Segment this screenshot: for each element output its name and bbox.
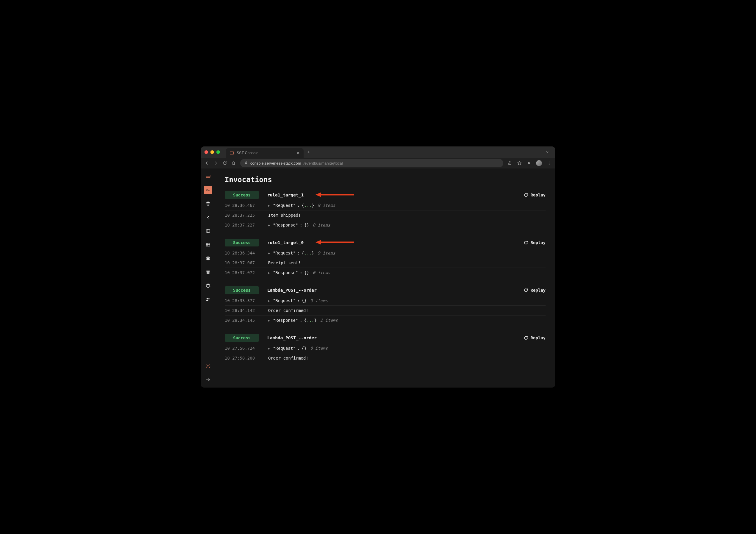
expand-toggle-icon[interactable]: ▶ bbox=[268, 204, 270, 207]
new-tab-button[interactable]: + bbox=[307, 149, 310, 155]
log-content: Receipt sent! bbox=[268, 260, 301, 265]
browser-tab[interactable]: SST Console ✕ bbox=[226, 148, 304, 158]
titlebar: SST Console ✕ + bbox=[201, 147, 555, 158]
svg-point-20 bbox=[209, 284, 210, 285]
svg-marker-39 bbox=[315, 240, 321, 245]
colon: : bbox=[300, 318, 302, 323]
invocation-header: Successrule1_target_1Replay bbox=[225, 191, 546, 199]
reload-button[interactable] bbox=[222, 161, 227, 166]
replay-button[interactable]: Replay bbox=[524, 288, 546, 293]
address-bar[interactable]: console.serverless-stack.com/eventbus/ma… bbox=[240, 159, 503, 167]
log-content: ▶"Request" : {...}9 items bbox=[268, 251, 336, 255]
profile-avatar[interactable] bbox=[536, 160, 542, 166]
json-label: "Request" bbox=[273, 251, 296, 255]
forward-button[interactable] bbox=[213, 161, 218, 166]
log-row: 10:28:33.377▶"Request" : {}0 items bbox=[225, 296, 546, 306]
svg-rect-2 bbox=[245, 163, 247, 164]
item-count: 0 items bbox=[310, 346, 328, 351]
invocation-block: SuccessLambda_POST_--orderReplay10:27:56… bbox=[225, 334, 546, 363]
svg-point-25 bbox=[206, 298, 208, 300]
colon: : bbox=[297, 251, 300, 255]
invocation-header: Successrule1_target_0Replay bbox=[225, 239, 546, 247]
invocation-block: Successrule1_target_0Replay10:28:36.344▶… bbox=[225, 239, 546, 278]
tab-title: SST Console bbox=[237, 151, 258, 155]
log-row: 10:28:37.072▶"Response" : {}0 items bbox=[225, 268, 546, 278]
log-content: ▶"Request" : {}0 items bbox=[268, 346, 328, 351]
item-count: 9 items bbox=[318, 203, 336, 208]
log-row: 10:28:36.344▶"Request" : {...}9 items bbox=[225, 248, 546, 258]
sidebar-table-icon[interactable] bbox=[204, 241, 212, 249]
expand-toggle-icon[interactable]: ▶ bbox=[268, 252, 270, 255]
item-count: 0 items bbox=[313, 223, 330, 227]
bookmark-star-icon[interactable] bbox=[517, 161, 522, 166]
svg-rect-11 bbox=[206, 243, 210, 246]
json-label: "Response" bbox=[273, 318, 298, 323]
url-host: console.serverless-stack.com bbox=[250, 161, 301, 166]
maximize-window-button[interactable] bbox=[216, 150, 220, 154]
log-message: Item shipped! bbox=[268, 213, 301, 218]
json-braces: {} bbox=[302, 346, 307, 351]
sidebar-users-icon[interactable] bbox=[204, 295, 212, 304]
close-window-button[interactable] bbox=[204, 150, 208, 154]
log-row: 10:28:34.145▶"Response" : {...}2 items bbox=[225, 315, 546, 325]
json-label: "Request" bbox=[273, 203, 296, 208]
sidebar-bucket-icon[interactable] bbox=[204, 268, 212, 276]
sidebar-theme-icon[interactable] bbox=[204, 362, 212, 370]
sidebar bbox=[201, 169, 215, 387]
svg-point-24 bbox=[206, 284, 206, 285]
sidebar-functions-icon[interactable] bbox=[204, 213, 212, 222]
traffic-lights bbox=[204, 150, 220, 154]
expand-toggle-icon[interactable]: ▶ bbox=[268, 299, 270, 303]
sidebar-collapse-icon[interactable] bbox=[204, 376, 212, 384]
invocation-header: SuccessLambda_POST_--orderReplay bbox=[225, 334, 546, 342]
colon: : bbox=[297, 203, 300, 208]
expand-toggle-icon[interactable]: ▶ bbox=[268, 271, 270, 275]
expand-toggle-icon[interactable]: ▶ bbox=[268, 319, 270, 322]
svg-rect-17 bbox=[206, 272, 209, 274]
replay-icon bbox=[524, 288, 528, 292]
invocation-name: Lambda_POST_--order bbox=[267, 335, 317, 340]
sidebar-graphql-icon[interactable] bbox=[204, 281, 212, 290]
log-row: 10:27:58.200Order confirmed! bbox=[225, 353, 546, 363]
log-message: Receipt sent! bbox=[268, 260, 301, 265]
status-badge: Success bbox=[225, 286, 259, 294]
svg-point-5 bbox=[549, 164, 550, 165]
svg-rect-18 bbox=[207, 272, 209, 272]
home-button[interactable] bbox=[231, 161, 236, 166]
timestamp: 10:28:37.227 bbox=[225, 223, 261, 227]
extensions-icon[interactable] bbox=[526, 161, 531, 166]
log-content: ▶"Response" : {}0 items bbox=[268, 223, 330, 227]
url-actions bbox=[507, 160, 552, 166]
log-row: 10:27:56.724▶"Request" : {}0 items bbox=[225, 343, 546, 353]
sidebar-logo-icon[interactable] bbox=[204, 172, 212, 180]
json-label: "Request" bbox=[273, 346, 296, 351]
log-content: ▶"Request" : {}0 items bbox=[268, 298, 328, 303]
sidebar-terminal-icon[interactable] bbox=[204, 186, 212, 194]
svg-point-26 bbox=[208, 298, 209, 300]
sidebar-api-icon[interactable] bbox=[204, 227, 212, 235]
sidebar-database-icon[interactable] bbox=[204, 254, 212, 262]
timestamp: 10:28:33.377 bbox=[225, 298, 261, 303]
replay-button[interactable]: Replay bbox=[524, 335, 546, 340]
item-count: 2 items bbox=[320, 318, 338, 323]
tabs-dropdown-button[interactable] bbox=[543, 150, 552, 154]
replay-button[interactable]: Replay bbox=[524, 193, 546, 197]
invocation-header: SuccessLambda_POST_--orderReplay bbox=[225, 286, 546, 294]
share-icon[interactable] bbox=[507, 161, 512, 166]
invocations-list: Successrule1_target_1Replay10:28:36.467▶… bbox=[225, 191, 546, 363]
annotation-arrow bbox=[314, 239, 356, 245]
timestamp: 10:28:36.344 bbox=[225, 251, 261, 255]
expand-toggle-icon[interactable]: ▶ bbox=[268, 347, 270, 350]
timestamp: 10:28:36.467 bbox=[225, 203, 261, 208]
browser-window: SST Console ✕ + console.serverless-stack… bbox=[201, 147, 555, 387]
replay-button[interactable]: Replay bbox=[524, 240, 546, 245]
colon: : bbox=[300, 223, 302, 227]
back-button[interactable] bbox=[204, 161, 209, 166]
menu-icon[interactable] bbox=[547, 161, 552, 166]
sidebar-stacks-icon[interactable] bbox=[204, 200, 212, 208]
expand-toggle-icon[interactable]: ▶ bbox=[268, 224, 270, 227]
url-path: /eventbus/manitej/local bbox=[304, 161, 343, 166]
main-content: Invocations Successrule1_target_1Replay1… bbox=[215, 169, 555, 387]
tab-close-button[interactable]: ✕ bbox=[296, 150, 300, 155]
minimize-window-button[interactable] bbox=[210, 150, 214, 154]
